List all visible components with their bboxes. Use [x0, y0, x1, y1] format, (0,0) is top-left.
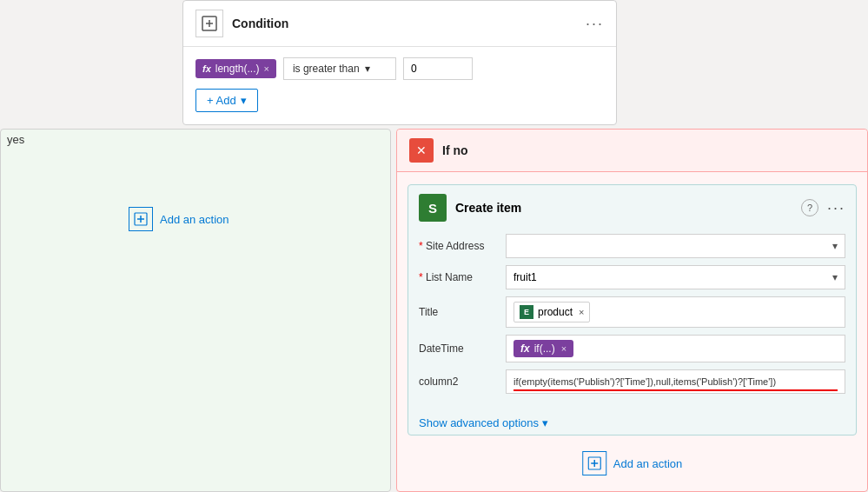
datetime-row: DateTime fx if(...) × [419, 335, 845, 362]
yes-add-action-label: Add an action [160, 213, 229, 226]
title-excel-chip[interactable]: E product × [514, 302, 590, 322]
add-chevron-icon: ▾ [241, 94, 247, 107]
length-chip[interactable]: fx length(...) × [195, 59, 276, 78]
sharepoint-avatar: S [419, 194, 447, 222]
add-button-label: + Add [207, 94, 236, 107]
add-action-icon [129, 207, 153, 231]
add-button[interactable]: + Add ▾ [195, 89, 258, 112]
condition-header: Condition ··· [183, 1, 616, 47]
ifno-add-action-label: Add an action [613, 457, 683, 470]
yes-panel [0, 129, 391, 492]
list-name-value: fruit1 [514, 271, 537, 283]
condition-more-button[interactable]: ··· [586, 15, 604, 33]
condition-row: fx length(...) × is greater than ▾ [195, 57, 604, 80]
ifno-panel: ✕ If no S Create item ? ··· * Site Addre… [396, 129, 868, 492]
error-underline [514, 389, 838, 391]
ifno-title: If no [442, 143, 468, 157]
list-name-input[interactable]: fruit1 ▾ [506, 265, 845, 289]
show-advanced-label: Show advanced options [419, 416, 539, 429]
excel-icon: E [520, 305, 533, 319]
list-name-chevron-icon: ▾ [832, 271, 838, 283]
value-input[interactable] [403, 57, 473, 80]
site-address-row: * Site Address ▾ [419, 234, 845, 258]
title-input[interactable]: E product × [506, 296, 845, 328]
operator-chevron-icon: ▾ [365, 63, 370, 75]
condition-body: fx length(...) × is greater than ▾ + Add… [183, 47, 616, 124]
condition-title: Condition [232, 17, 577, 30]
if-chip-label: if(...) [534, 342, 555, 355]
create-item-card: S Create item ? ··· * Site Address ▾ * L… [407, 184, 857, 435]
site-address-chevron-icon: ▾ [832, 240, 838, 252]
if-fx-icon: fx [520, 342, 530, 355]
fx-chip-close[interactable]: × [263, 63, 268, 74]
yes-label: yes [7, 133, 24, 146]
datetime-input[interactable]: fx if(...) × [506, 335, 845, 362]
title-label: Title [419, 306, 497, 318]
title-row: Title E product × [419, 296, 845, 328]
column2-label: column2 [419, 376, 497, 388]
help-icon[interactable]: ? [801, 199, 818, 216]
site-address-input[interactable]: ▾ [506, 234, 845, 258]
create-item-title: Create item [455, 201, 792, 215]
column2-row: column2 if(empty(items('Publish')?['Time… [419, 369, 845, 394]
fx-icon-label: fx [202, 63, 211, 74]
operator-select[interactable]: is greater than ▾ [283, 57, 396, 80]
list-name-row: * List Name fruit1 ▾ [419, 265, 845, 289]
condition-card: Condition ··· fx length(...) × is greate… [182, 0, 617, 125]
operator-label: is greater than [293, 63, 360, 75]
yes-add-action-button[interactable]: Add an action [129, 207, 229, 231]
if-chip-close[interactable]: × [561, 343, 567, 354]
fx-chip-label: length(...) [215, 63, 260, 75]
ifno-add-action-icon [582, 451, 606, 475]
ifno-add-action-button[interactable]: Add an action [582, 451, 683, 475]
condition-icon [195, 10, 223, 37]
site-address-label: * Site Address [419, 240, 497, 252]
title-chip-close[interactable]: × [579, 307, 584, 317]
column2-value-text: if(empty(items('Publish')?['Time']),null… [514, 376, 776, 387]
datetime-label: DateTime [419, 342, 497, 355]
create-item-more-button[interactable]: ··· [827, 199, 845, 217]
column2-input[interactable]: if(empty(items('Publish')?['Time']),null… [506, 369, 845, 394]
ifno-close-button[interactable]: ✕ [409, 138, 434, 163]
title-chip-label: product [538, 306, 573, 318]
form-body: * Site Address ▾ * List Name fruit1 ▾ [408, 230, 856, 411]
ifno-header: ✕ If no [397, 130, 867, 172]
list-name-label: * List Name [419, 271, 497, 283]
show-advanced-button[interactable]: Show advanced options ▾ [408, 411, 856, 435]
create-item-header: S Create item ? ··· [408, 185, 856, 230]
if-chip[interactable]: fx if(...) × [514, 340, 573, 357]
show-advanced-chevron-icon: ▾ [542, 416, 548, 429]
